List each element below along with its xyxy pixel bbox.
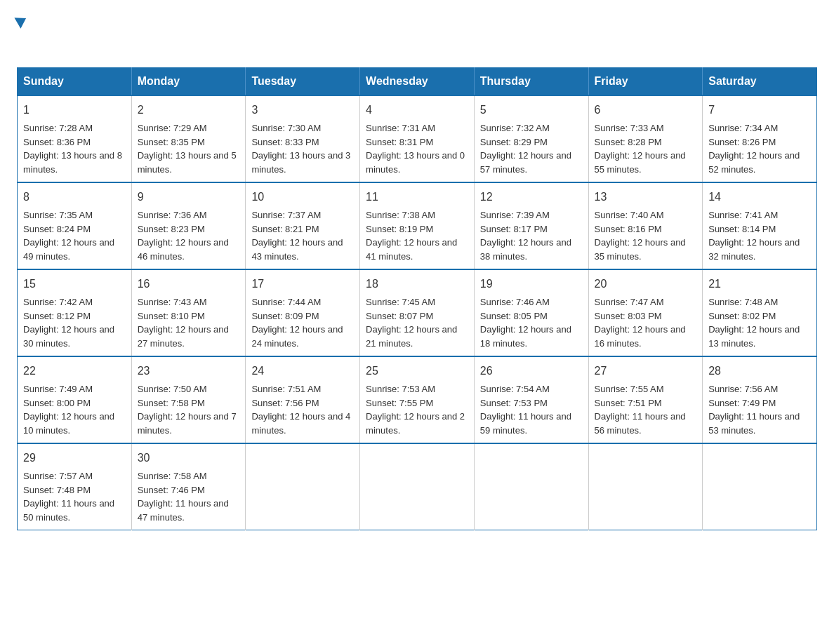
- calendar-cell: 19Sunrise: 7:46 AMSunset: 8:05 PMDayligh…: [474, 269, 588, 356]
- day-header-wednesday: Wednesday: [360, 68, 475, 96]
- daylight-label: Daylight: 12 hours and 38 minutes.: [480, 237, 571, 262]
- day-number: 10: [251, 189, 354, 206]
- calendar-cell: 8Sunrise: 7:35 AMSunset: 8:24 PMDaylight…: [18, 182, 132, 269]
- calendar-cell: 10Sunrise: 7:37 AMSunset: 8:21 PMDayligh…: [246, 182, 360, 269]
- day-number: 1: [23, 102, 126, 119]
- daylight-label: Daylight: 12 hours and 7 minutes.: [138, 411, 237, 436]
- calendar-cell: [360, 443, 475, 530]
- daylight-label: Daylight: 12 hours and 10 minutes.: [23, 411, 114, 436]
- day-number: 9: [138, 189, 240, 206]
- daylight-label: Daylight: 12 hours and 18 minutes.: [480, 324, 571, 349]
- calendar-week-2: 8Sunrise: 7:35 AMSunset: 8:24 PMDaylight…: [18, 182, 817, 269]
- day-number: 18: [366, 276, 468, 293]
- day-number: 12: [480, 189, 583, 206]
- day-number: 27: [595, 363, 697, 380]
- calendar-cell: 28Sunrise: 7:56 AMSunset: 7:49 PMDayligh…: [703, 356, 817, 443]
- sunset-label: Sunset: 8:07 PM: [366, 311, 433, 321]
- calendar-cell: 11Sunrise: 7:38 AMSunset: 8:19 PMDayligh…: [360, 182, 475, 269]
- day-number: 7: [708, 102, 811, 119]
- day-number: 22: [23, 363, 126, 380]
- sunrise-label: Sunrise: 7:40 AM: [595, 210, 664, 220]
- calendar-cell: 7Sunrise: 7:34 AMSunset: 8:26 PMDaylight…: [703, 95, 817, 182]
- day-header-thursday: Thursday: [474, 68, 588, 96]
- sunset-label: Sunset: 8:14 PM: [708, 224, 776, 234]
- day-header-friday: Friday: [588, 68, 703, 96]
- sunrise-label: Sunrise: 7:37 AM: [251, 210, 321, 220]
- sunrise-label: Sunrise: 7:47 AM: [595, 297, 664, 307]
- sunrise-label: Sunrise: 7:34 AM: [708, 123, 778, 133]
- daylight-label: Daylight: 12 hours and 55 minutes.: [595, 150, 686, 175]
- sunrise-label: Sunrise: 7:45 AM: [366, 297, 435, 307]
- calendar-cell: 2Sunrise: 7:29 AMSunset: 8:35 PMDaylight…: [131, 95, 246, 182]
- day-header-tuesday: Tuesday: [246, 68, 360, 96]
- daylight-label: Daylight: 12 hours and 49 minutes.: [23, 237, 114, 262]
- calendar-cell: 9Sunrise: 7:36 AMSunset: 8:23 PMDaylight…: [131, 182, 246, 269]
- sunset-label: Sunset: 8:02 PM: [708, 311, 776, 321]
- sunrise-label: Sunrise: 7:28 AM: [23, 123, 93, 133]
- sunset-label: Sunset: 8:26 PM: [708, 137, 776, 147]
- day-number: 13: [595, 189, 697, 206]
- sunrise-label: Sunrise: 7:30 AM: [251, 123, 321, 133]
- day-number: 23: [138, 363, 240, 380]
- daylight-label: Daylight: 12 hours and 41 minutes.: [366, 237, 457, 262]
- calendar-cell: 6Sunrise: 7:33 AMSunset: 8:28 PMDaylight…: [588, 95, 703, 182]
- sunrise-label: Sunrise: 7:54 AM: [480, 384, 550, 394]
- daylight-label: Daylight: 12 hours and 4 minutes.: [251, 411, 350, 436]
- daylight-label: Daylight: 12 hours and 30 minutes.: [23, 324, 114, 349]
- sunrise-label: Sunrise: 7:39 AM: [480, 210, 550, 220]
- calendar-week-5: 29Sunrise: 7:57 AMSunset: 7:48 PMDayligh…: [18, 443, 817, 530]
- daylight-label: Daylight: 12 hours and 13 minutes.: [708, 324, 800, 349]
- sunrise-label: Sunrise: 7:33 AM: [595, 123, 664, 133]
- sunset-label: Sunset: 7:48 PM: [23, 485, 91, 495]
- calendar-cell: 18Sunrise: 7:45 AMSunset: 8:07 PMDayligh…: [360, 269, 475, 356]
- day-header-sunday: Sunday: [18, 68, 132, 96]
- sunrise-label: Sunrise: 7:46 AM: [480, 297, 550, 307]
- daylight-label: Daylight: 11 hours and 53 minutes.: [708, 411, 800, 436]
- daylight-label: Daylight: 13 hours and 5 minutes.: [138, 150, 237, 175]
- day-number: 5: [480, 102, 583, 119]
- sunset-label: Sunset: 8:10 PM: [138, 311, 205, 321]
- sunset-label: Sunset: 7:53 PM: [480, 398, 548, 408]
- sunset-label: Sunset: 8:36 PM: [23, 137, 91, 147]
- day-number: 28: [708, 363, 811, 380]
- calendar-cell: 12Sunrise: 7:39 AMSunset: 8:17 PMDayligh…: [474, 182, 588, 269]
- daylight-label: Daylight: 12 hours and 2 minutes.: [366, 411, 465, 436]
- calendar-cell: 21Sunrise: 7:48 AMSunset: 8:02 PMDayligh…: [703, 269, 817, 356]
- logo-triangle-icon: [14, 13, 29, 29]
- day-number: 24: [251, 363, 354, 380]
- day-number: 20: [595, 276, 697, 293]
- sunrise-label: Sunrise: 7:44 AM: [251, 297, 321, 307]
- sunset-label: Sunset: 7:56 PM: [251, 398, 319, 408]
- daylight-label: Daylight: 12 hours and 52 minutes.: [708, 150, 800, 175]
- calendar-cell: 26Sunrise: 7:54 AMSunset: 7:53 PMDayligh…: [474, 356, 588, 443]
- sunset-label: Sunset: 8:16 PM: [595, 224, 662, 234]
- calendar-cell: 25Sunrise: 7:53 AMSunset: 7:55 PMDayligh…: [360, 356, 475, 443]
- day-number: 3: [251, 102, 354, 119]
- day-number: 29: [23, 450, 126, 467]
- sunset-label: Sunset: 8:35 PM: [138, 137, 205, 147]
- sunrise-label: Sunrise: 7:57 AM: [23, 471, 93, 481]
- sunrise-label: Sunrise: 7:29 AM: [138, 123, 207, 133]
- calendar-cell: [246, 443, 360, 530]
- sunrise-label: Sunrise: 7:43 AM: [138, 297, 207, 307]
- calendar-week-1: 1Sunrise: 7:28 AMSunset: 8:36 PMDaylight…: [18, 95, 817, 182]
- day-number: 25: [366, 363, 468, 380]
- sunrise-label: Sunrise: 7:51 AM: [251, 384, 321, 394]
- calendar-cell: 1Sunrise: 7:28 AMSunset: 8:36 PMDaylight…: [18, 95, 132, 182]
- sunset-label: Sunset: 8:23 PM: [138, 224, 205, 234]
- calendar-cell: 4Sunrise: 7:31 AMSunset: 8:31 PMDaylight…: [360, 95, 475, 182]
- calendar-table: SundayMondayTuesdayWednesdayThursdayFrid…: [17, 67, 817, 530]
- daylight-label: Daylight: 13 hours and 0 minutes.: [366, 150, 465, 175]
- sunrise-label: Sunrise: 7:35 AM: [23, 210, 93, 220]
- calendar-cell: [703, 443, 817, 530]
- daylight-label: Daylight: 12 hours and 46 minutes.: [138, 237, 229, 262]
- calendar-cell: 16Sunrise: 7:43 AMSunset: 8:10 PMDayligh…: [131, 269, 246, 356]
- day-header-saturday: Saturday: [703, 68, 817, 96]
- daylight-label: Daylight: 11 hours and 56 minutes.: [595, 411, 686, 436]
- day-number: 26: [480, 363, 583, 380]
- daylight-label: Daylight: 12 hours and 35 minutes.: [595, 237, 686, 262]
- calendar-cell: 15Sunrise: 7:42 AMSunset: 8:12 PMDayligh…: [18, 269, 132, 356]
- sunset-label: Sunset: 8:24 PM: [23, 224, 91, 234]
- sunset-label: Sunset: 7:46 PM: [138, 485, 205, 495]
- day-header-monday: Monday: [131, 68, 246, 96]
